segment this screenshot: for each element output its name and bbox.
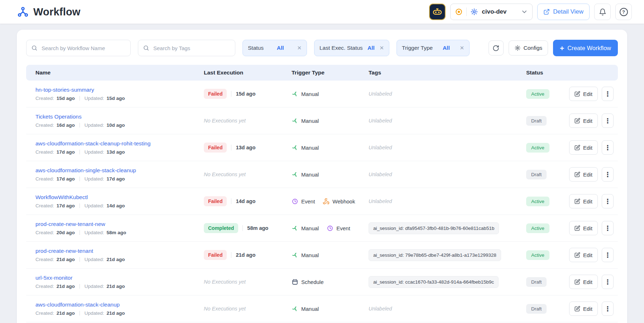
- workflow-name-link[interactable]: WorkflowWithKubectl: [35, 194, 88, 201]
- close-icon[interactable]: ✕: [379, 45, 384, 51]
- row-menu-button[interactable]: ⋮: [602, 302, 614, 316]
- updated-label: Updated:: [85, 284, 104, 289]
- status-filter-chip[interactable]: Status All ✕: [242, 40, 307, 56]
- environment-selector[interactable]: civo-dev: [450, 4, 533, 20]
- tag-pill: ai_session_id: dfa95457-3fb0-481b-9b76-6…: [369, 222, 499, 234]
- column-header-trigger-type: Trigger Type: [282, 69, 359, 76]
- manual-trigger-icon: [292, 225, 298, 232]
- trigger-manual: Manual: [292, 305, 319, 312]
- created-value: 16d ago: [57, 122, 75, 128]
- workflow-name-link[interactable]: Tickets Operations: [35, 114, 82, 120]
- row-meta: Created: 17d ago Updated: 17d ago: [35, 176, 125, 182]
- created-value: 21d ago: [57, 284, 75, 289]
- row-menu-button[interactable]: ⋮: [602, 167, 614, 182]
- row-menu-button[interactable]: ⋮: [602, 248, 614, 262]
- trigger-schedule: Schedule: [292, 279, 324, 285]
- table-row: aws-cloudformation-single-stack-cleanup …: [26, 161, 618, 188]
- filter-label: Trigger Type: [402, 45, 433, 51]
- row-menu-button[interactable]: ⋮: [602, 275, 614, 289]
- manual-trigger-icon: [292, 117, 298, 124]
- updated-label: Updated:: [85, 149, 104, 155]
- column-header-last-execution: Last Execution: [194, 69, 282, 76]
- create-workflow-button[interactable]: + Create Workflow: [553, 40, 618, 56]
- search-icon: [31, 45, 38, 51]
- bot-avatar[interactable]: [429, 4, 446, 20]
- workflow-status-badge: Draft: [526, 304, 547, 314]
- unlabeled-text: Unlabeled: [369, 306, 392, 312]
- webhook-trigger-icon: [323, 198, 330, 205]
- edit-button[interactable]: Edit: [569, 302, 598, 316]
- edit-label: Edit: [583, 172, 592, 178]
- table-row: WorkflowWithKubectl Created: 17d ago Upd…: [26, 188, 618, 215]
- configs-label: Configs: [524, 45, 543, 51]
- kebab-icon: ⋮: [604, 117, 611, 124]
- created-value: 21d ago: [57, 257, 75, 262]
- edit-label: Edit: [583, 91, 592, 97]
- row-menu-button[interactable]: ⋮: [602, 114, 614, 128]
- workflow-status-badge: Active: [526, 223, 549, 233]
- updated-label: Updated:: [85, 310, 104, 316]
- edit-label: Edit: [583, 145, 592, 151]
- unlabeled-text: Unlabeled: [369, 118, 392, 124]
- edit-icon: [575, 118, 580, 124]
- unlabeled-text: Unlabeled: [369, 172, 392, 177]
- trigger-type-label: Event: [336, 225, 350, 231]
- bell-icon: [599, 8, 606, 16]
- workflow-name-search-input[interactable]: [26, 40, 131, 56]
- updated-value: 21d ago: [107, 310, 125, 316]
- row-meta: Created: 17d ago Updated: 13d ago: [35, 149, 125, 155]
- trigger-manual: Manual: [292, 117, 319, 124]
- edit-label: Edit: [583, 225, 592, 231]
- kebab-icon: ⋮: [604, 91, 611, 97]
- edit-button[interactable]: Edit: [569, 194, 598, 208]
- edit-button[interactable]: Edit: [569, 167, 598, 182]
- close-icon[interactable]: ✕: [297, 45, 302, 51]
- meta-separator: [80, 123, 80, 127]
- filter-label: Status: [248, 45, 264, 51]
- notifications-button[interactable]: [594, 4, 611, 20]
- row-menu-button[interactable]: ⋮: [602, 87, 614, 101]
- workflow-name-link[interactable]: aws-cloudformation-stack-cleanup: [35, 302, 120, 308]
- last-execution-status-badge: Failed: [204, 196, 227, 206]
- edit-button[interactable]: Edit: [569, 221, 598, 235]
- table-row: aws-cloudformation-stack-cleanup Created…: [26, 295, 618, 322]
- help-button[interactable]: ?: [615, 4, 632, 20]
- kebab-icon: ⋮: [604, 279, 611, 285]
- workflow-name-link[interactable]: prod-create-new-tenant: [35, 248, 93, 254]
- manual-trigger-icon: [292, 252, 298, 259]
- workflow-name-link[interactable]: prod-create-new-tenant-new: [35, 221, 105, 227]
- updated-label: Updated:: [85, 96, 104, 101]
- tags-search-input[interactable]: [138, 40, 235, 56]
- detail-view-button[interactable]: Detail View: [537, 4, 590, 20]
- workflow-name-link[interactable]: aws-cloudformation-stack-cleanup-rohit-t…: [35, 140, 150, 147]
- workflow-status-badge: Draft: [526, 170, 547, 179]
- edit-button[interactable]: Edit: [569, 140, 598, 155]
- unlabeled-text: Unlabeled: [369, 198, 392, 204]
- row-menu-button[interactable]: ⋮: [602, 194, 614, 208]
- last-execution-time: 13d ago: [236, 145, 255, 150]
- edit-button[interactable]: Edit: [569, 248, 598, 262]
- table-row: url-5xx-monitor Created: 21d ago Updated…: [26, 269, 618, 295]
- created-value: 17d ago: [57, 203, 75, 208]
- edit-button[interactable]: Edit: [569, 275, 598, 289]
- kebab-icon: ⋮: [604, 171, 611, 178]
- close-icon[interactable]: ✕: [460, 45, 464, 51]
- updated-value: 21d ago: [107, 284, 125, 289]
- no-executions-text: No Executions yet: [204, 172, 246, 177]
- trigger-type-filter-chip[interactable]: Trigger Type All ✕: [397, 40, 470, 56]
- refresh-button[interactable]: [489, 40, 504, 56]
- refresh-icon: [492, 45, 499, 52]
- configs-button[interactable]: Configs: [509, 40, 548, 56]
- manual-trigger-icon: [292, 305, 298, 312]
- workflow-name-link[interactable]: url-5xx-monitor: [35, 275, 72, 281]
- workflow-name-link[interactable]: hn-top-stories-summary: [35, 87, 94, 93]
- edit-button[interactable]: Edit: [569, 114, 598, 128]
- unlabeled-text: Unlabeled: [369, 91, 392, 97]
- row-menu-button[interactable]: ⋮: [602, 221, 614, 235]
- divider: [466, 8, 467, 16]
- edit-button[interactable]: Edit: [569, 87, 598, 101]
- created-label: Created:: [35, 230, 54, 235]
- workflow-name-link[interactable]: aws-cloudformation-single-stack-cleanup: [35, 167, 136, 174]
- row-menu-button[interactable]: ⋮: [602, 140, 614, 155]
- last-exec-status-filter-chip[interactable]: Last Exec. Status All ✕: [314, 40, 389, 56]
